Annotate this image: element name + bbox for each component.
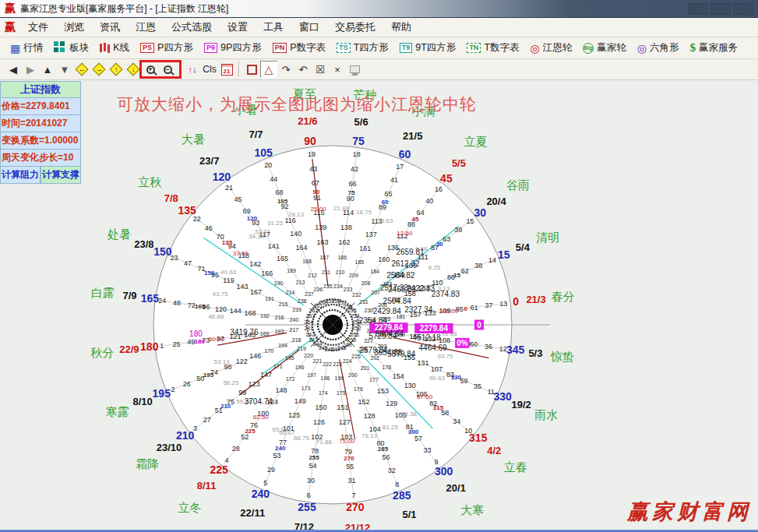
square-shape-icon	[247, 65, 257, 75]
sector-blocks-icon	[54, 41, 58, 46]
menu-file[interactable]: 文件	[20, 18, 56, 37]
menu-window[interactable]: 窗口	[291, 18, 327, 37]
gann-wheel-target-icon: ◎	[531, 42, 540, 55]
presentation-easel-icon	[350, 65, 360, 73]
ts-badge-icon: TS	[337, 43, 351, 53]
square-shape-button[interactable]	[243, 61, 260, 78]
toolbar-separator	[238, 62, 240, 77]
menu-stock-picker[interactable]: 公式选股	[164, 18, 220, 37]
rotate-cw-button[interactable]: ↷	[277, 61, 294, 78]
toolbar-label: T数字表	[484, 41, 519, 55]
toolbar-label: K线	[113, 41, 129, 55]
quotes-grid-icon: ▦	[10, 43, 20, 54]
boxed-x-button[interactable]: ☒	[312, 61, 329, 78]
zoom-out-button[interactable]: −	[159, 61, 176, 78]
toolbar-item-9t-square[interactable]: T99T四方形	[394, 39, 462, 58]
presentation-button[interactable]	[346, 61, 363, 78]
diamond-right-button[interactable]: →	[90, 61, 108, 78]
diamond-up-button[interactable]: ↑	[108, 61, 125, 78]
index-info-panel: 上证指数 价格=2279.8401 时间=20141027 变换系数=1.000…	[0, 81, 81, 184]
tn-badge-icon: TN	[467, 43, 481, 53]
hexagon-target-icon: ◎	[637, 42, 647, 55]
calc-support-button[interactable]: 计算支撑	[41, 167, 81, 184]
nav-right-button[interactable]: ▶	[22, 61, 39, 78]
toolbar-item-gann-wheel[interactable]: ◎江恩轮	[525, 39, 578, 58]
toolbar-label: T四方形	[354, 41, 389, 55]
minimize-button[interactable]	[688, 3, 708, 15]
price-field: 价格=2279.8401	[0, 98, 81, 115]
toolbar-label: 江恩轮	[543, 41, 573, 55]
close-button[interactable]	[733, 3, 753, 15]
toolbar-item-sectors[interactable]: 板块	[48, 39, 94, 58]
p9-badge-icon: P9	[204, 43, 217, 53]
diamond-down-button[interactable]: ↓	[125, 61, 142, 78]
toolbar-item-p-table[interactable]: PNP数字表	[267, 39, 331, 58]
diamond-down-icon: ↓	[127, 63, 140, 76]
gann-wheel-canvas[interactable]	[0, 80, 758, 532]
menu-news[interactable]: 资讯	[92, 18, 128, 37]
calendar-button[interactable]: 21	[218, 61, 235, 78]
menu-help[interactable]: 帮助	[383, 18, 419, 37]
toolbar-label: 行情	[23, 41, 43, 55]
menu-browse[interactable]: 浏览	[56, 18, 92, 37]
toolbar-label: 9T四方形	[415, 41, 456, 55]
ps-badge-icon: PS	[140, 43, 154, 53]
toolbar-label: P数字表	[290, 41, 326, 55]
diamond-right-icon: →	[93, 63, 106, 76]
cls-button[interactable]: Cls	[201, 61, 218, 78]
zoom-hint-annotation: 可放大缩小，为展示全图此图为缩小江恩轮中轮	[117, 93, 477, 115]
diamond-left-icon: ←	[76, 63, 89, 76]
diamond-up-icon: ↑	[110, 63, 123, 76]
menu-tools[interactable]: 工具	[256, 18, 291, 37]
toolbar-label: 赢家轮	[597, 41, 626, 55]
rotate-ccw-button[interactable]: ↶	[294, 61, 312, 78]
menu-trading[interactable]: 交易委托	[327, 18, 383, 37]
toolbar-label: P四方形	[157, 41, 193, 55]
menu-settings[interactable]: 设置	[220, 18, 256, 37]
diamond-left-button[interactable]: ←	[73, 61, 90, 78]
winner-wheel-icon: Big	[583, 43, 594, 54]
time-field: 时间=20141027	[0, 115, 81, 132]
toolbar-separator	[179, 62, 181, 77]
toolbar-item-9p-square[interactable]: P99P四方形	[199, 39, 267, 58]
toolbar-label: 9P四方形	[220, 41, 262, 55]
nav-down-button[interactable]: ▼	[56, 61, 73, 78]
toolbar-item-t-table[interactable]: TNT数字表	[461, 39, 524, 58]
toolbar-label: 板块	[69, 41, 89, 55]
window-title: 赢家江恩专业版[赢家服务平台] - [上证指数 江恩轮]	[20, 2, 228, 16]
step-length-field: 周天变化步长=10	[0, 150, 81, 167]
menu-gann[interactable]: 江恩	[128, 18, 164, 37]
dollar-icon: $	[689, 41, 696, 55]
nav-left-button[interactable]: ◀	[5, 61, 22, 78]
triangle-shape-icon: △	[265, 64, 273, 75]
app-logo-icon: 赢	[5, 2, 16, 16]
conversion-factor-field: 变换系数=1.00000	[0, 132, 81, 150]
index-name: 上证指数	[0, 81, 81, 98]
zoom-in-button[interactable]: +	[142, 61, 159, 78]
maximize-button[interactable]	[710, 3, 731, 15]
window-controls	[688, 3, 753, 15]
zoom-in-icon: +	[146, 65, 155, 74]
toolbar-item-winner-service[interactable]: $赢家服务	[684, 39, 743, 58]
toolbar-item-kline[interactable]: K线	[94, 39, 135, 58]
app-window: { "window": { "title": "赢家江恩专业版[赢家服务平台] …	[0, 0, 758, 532]
toolbar-item-winner-wheel[interactable]: Big赢家轮	[577, 39, 632, 58]
toolbar-item-hexagon[interactable]: ◎六角形	[632, 39, 685, 58]
center-fit-button[interactable]: ×	[329, 61, 346, 78]
menu-logo-icon: 赢	[5, 20, 16, 34]
flip-vertical-button[interactable]: ↑↓	[184, 61, 201, 78]
nav-up-button[interactable]: ▲	[39, 61, 56, 78]
calc-resistance-button[interactable]: 计算阻力	[0, 167, 41, 184]
tools-toolbar: ◀ ▶ ▲ ▼ ← → ↑ ↓ + − ↑↓ Cls 21 △ ↷ ↶ ☒ ×	[0, 59, 758, 80]
toolbar-item-t-square[interactable]: TST四方形	[331, 39, 394, 58]
toolbar-item-quotes[interactable]: ▦行情	[5, 39, 48, 58]
toolbar-item-p-square[interactable]: PSP四方形	[135, 39, 199, 58]
toolbar-label: 赢家服务	[699, 41, 738, 55]
triangle-shape-button[interactable]: △	[260, 61, 277, 78]
title-bar: 赢 赢家江恩专业版[赢家服务平台] - [上证指数 江恩轮]	[0, 0, 758, 18]
t9-badge-icon: T9	[400, 43, 413, 53]
main-toolbar: ▦行情 板块 K线 PSP四方形 P99P四方形 PNP数字表 TST四方形 T…	[0, 37, 758, 59]
site-watermark: 赢家财富网	[627, 498, 752, 526]
pn-badge-icon: PN	[273, 43, 287, 53]
down-arrow-icon: ↓	[192, 65, 197, 74]
